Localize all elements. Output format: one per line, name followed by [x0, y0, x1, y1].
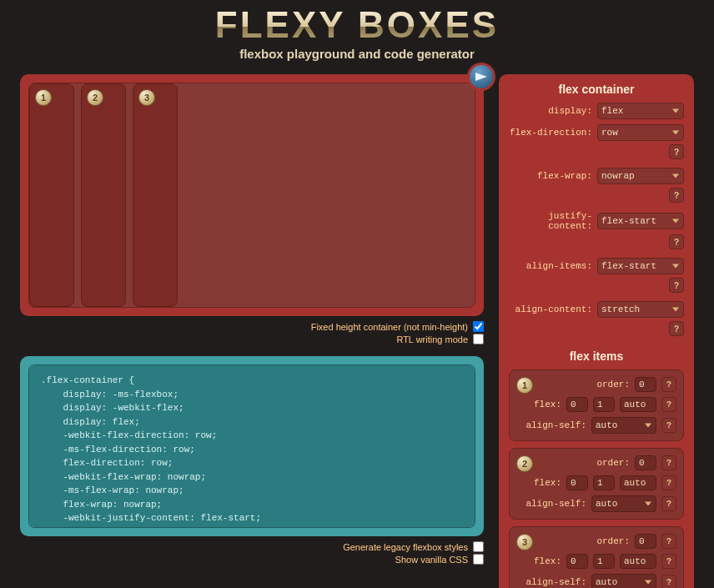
- container-heading: flex container: [509, 83, 684, 103]
- flex-shrink-input[interactable]: [593, 397, 615, 412]
- flex-help[interactable]: ?: [661, 397, 676, 412]
- flex-basis-input[interactable]: [620, 397, 656, 412]
- align-self-help[interactable]: ?: [661, 418, 676, 433]
- toggle-direction-button[interactable]: [467, 63, 495, 91]
- justify-content-help[interactable]: ?: [669, 234, 684, 249]
- rtl-checkbox[interactable]: [473, 334, 484, 344]
- align-items-label: align-items:: [509, 261, 592, 271]
- item-badge: 1: [516, 377, 533, 394]
- svg-marker-0: [475, 73, 487, 81]
- item-card: 1order:?flex:?align-self:auto?: [509, 369, 684, 441]
- flex-help[interactable]: ?: [661, 475, 676, 490]
- page-title: FLEXY BOXES: [20, 7, 694, 43]
- rtl-label: RTL writing mode: [396, 334, 468, 344]
- order-label: order:: [596, 379, 630, 389]
- order-help[interactable]: ?: [661, 455, 676, 470]
- flex-basis-input[interactable]: [620, 554, 656, 569]
- align-self-help[interactable]: ?: [661, 496, 676, 511]
- flex-shrink-input[interactable]: [593, 475, 615, 490]
- items-heading: flex items: [509, 344, 684, 369]
- item-badge: 1: [35, 89, 52, 106]
- flex-item[interactable]: 3: [133, 83, 178, 307]
- flex-direction-label: flex-direction:: [509, 128, 592, 138]
- align-self-select[interactable]: auto: [591, 417, 656, 434]
- flex-item[interactable]: 1: [29, 83, 74, 307]
- item-badge: 2: [87, 89, 103, 106]
- align-self-help[interactable]: ?: [661, 575, 676, 588]
- vanilla-label: Show vanilla CSS: [395, 555, 468, 565]
- order-input[interactable]: [635, 455, 656, 470]
- flex-wrap-help[interactable]: ?: [669, 188, 684, 203]
- flex-basis-input[interactable]: [620, 475, 656, 490]
- item-badge: 3: [138, 89, 155, 106]
- vanilla-checkbox[interactable]: [473, 554, 484, 565]
- fixed-height-checkbox[interactable]: [473, 321, 484, 332]
- align-self-select[interactable]: auto: [591, 495, 656, 512]
- order-help[interactable]: ?: [661, 534, 676, 549]
- flex-grow-input[interactable]: [566, 397, 588, 412]
- display-select[interactable]: flex: [597, 103, 684, 119]
- item-card: 2order:?flex:?align-self:auto?: [509, 448, 684, 520]
- justify-content-label: justify-content:: [509, 211, 592, 231]
- item-badge: 2: [516, 455, 533, 472]
- flex-label: flex:: [534, 556, 561, 566]
- code-output[interactable]: .flex-container { display: -ms-flexbox; …: [28, 364, 475, 528]
- order-help[interactable]: ?: [661, 377, 676, 392]
- fixed-height-label: Fixed height container (not min-height): [311, 322, 468, 332]
- flex-label: flex:: [534, 478, 561, 488]
- order-label: order:: [596, 536, 630, 546]
- align-content-label: align-content:: [509, 304, 592, 314]
- flex-item[interactable]: 2: [81, 83, 126, 307]
- align-self-label: align-self:: [525, 499, 586, 509]
- align-self-label: align-self:: [525, 577, 586, 587]
- align-self-select[interactable]: auto: [591, 574, 656, 588]
- display-label: display:: [509, 106, 592, 116]
- item-card: 3order:?flex:?align-self:auto?: [509, 526, 684, 588]
- preview-panel: 1 2 3: [20, 74, 484, 316]
- code-output-panel: .flex-container { display: -ms-flexbox; …: [20, 356, 484, 536]
- flex-label: flex:: [534, 400, 561, 410]
- order-input[interactable]: [635, 377, 656, 392]
- flex-wrap-select[interactable]: nowrap: [597, 168, 684, 184]
- legacy-label: Generate legacy flexbox styles: [343, 542, 468, 552]
- align-content-help[interactable]: ?: [669, 321, 684, 336]
- justify-content-select[interactable]: flex-start: [597, 213, 684, 229]
- controls-panel: flex container display: flex flex-direct…: [499, 74, 694, 588]
- page-subtitle: flexbox playground and code generator: [20, 47, 694, 61]
- align-items-select[interactable]: flex-start: [597, 258, 684, 274]
- order-label: order:: [596, 458, 630, 468]
- flex-grow-input[interactable]: [566, 475, 588, 490]
- flex-shrink-input[interactable]: [593, 554, 615, 569]
- item-badge: 3: [516, 534, 533, 550]
- align-items-help[interactable]: ?: [669, 278, 684, 293]
- flex-container-preview: 1 2 3: [28, 83, 475, 308]
- flex-help[interactable]: ?: [661, 554, 676, 569]
- align-content-select[interactable]: stretch: [597, 301, 684, 318]
- align-self-label: align-self:: [525, 420, 586, 430]
- flex-wrap-label: flex-wrap:: [509, 171, 592, 181]
- flex-direction-select[interactable]: row: [597, 124, 684, 141]
- flex-direction-help[interactable]: ?: [669, 144, 684, 159]
- flex-grow-input[interactable]: [566, 554, 588, 569]
- order-input[interactable]: [635, 534, 656, 549]
- legacy-checkbox[interactable]: [473, 541, 484, 552]
